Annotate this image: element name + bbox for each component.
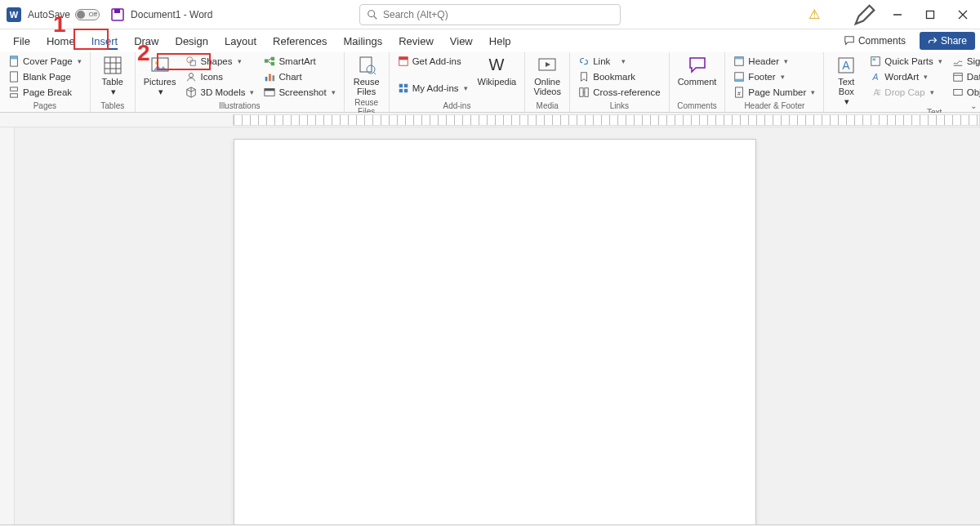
cover-page-button[interactable]: Cover Page▾ xyxy=(5,54,85,69)
blank-page-button[interactable]: Blank Page xyxy=(5,69,85,84)
tab-insert[interactable]: Insert xyxy=(83,32,127,51)
ribbon-tabs: File Home Insert Draw Design Layout Refe… xyxy=(0,29,980,52)
svg-rect-28 xyxy=(265,77,268,81)
table-button[interactable]: Table▾ xyxy=(96,54,130,98)
canvas[interactable] xyxy=(15,127,980,524)
link-button[interactable]: Link▾ xyxy=(575,54,663,69)
comment-button[interactable]: Comment xyxy=(675,54,720,88)
comment-icon xyxy=(844,35,855,47)
group-pages: Cover Page▾ Blank Page Page Break Pages xyxy=(0,52,91,112)
svg-rect-33 xyxy=(360,57,372,72)
share-icon xyxy=(928,36,938,46)
bookmark-button[interactable]: Bookmark xyxy=(575,69,663,84)
tab-mailings[interactable]: Mailings xyxy=(336,32,391,51)
tab-view[interactable]: View xyxy=(442,32,481,51)
comments-button[interactable]: Comments xyxy=(836,32,913,50)
smartart-button[interactable]: SmartArt xyxy=(261,54,338,69)
warning-icon[interactable]: ⚠ xyxy=(808,7,820,22)
svg-point-2 xyxy=(368,10,375,16)
svg-rect-63 xyxy=(954,74,963,82)
svg-rect-38 xyxy=(399,84,402,87)
svg-rect-39 xyxy=(404,84,408,87)
pictures-button[interactable]: Pictures▾ xyxy=(140,54,180,98)
close-button[interactable] xyxy=(951,2,975,27)
text-box-button[interactable]: A Text Box▾ xyxy=(829,54,863,108)
get-addins-button[interactable]: Get Add-ins xyxy=(394,54,471,69)
svg-rect-32 xyxy=(265,89,274,91)
tab-help[interactable]: Help xyxy=(481,32,519,51)
horizontal-ruler[interactable] xyxy=(0,113,980,127)
svg-line-26 xyxy=(269,59,272,61)
header-button[interactable]: Header▾ xyxy=(730,54,818,69)
tab-layout[interactable]: Layout xyxy=(216,32,265,51)
3d-models-button[interactable]: 3D Models▾ xyxy=(182,85,257,100)
page-break-button[interactable]: Page Break xyxy=(5,85,85,100)
drop-cap-button: ADrop Cap▾ xyxy=(866,85,945,100)
reuse-files-button[interactable]: Reuse Files xyxy=(350,54,384,98)
svg-rect-5 xyxy=(927,11,934,18)
screenshot-button[interactable]: Screenshot▾ xyxy=(261,85,338,100)
svg-rect-55 xyxy=(871,57,880,66)
wordart-button[interactable]: AWordArt▾ xyxy=(866,69,945,84)
date-time-button[interactable]: Date & Time xyxy=(949,69,980,84)
search-input[interactable]: Search (Alt+Q) xyxy=(359,4,621,25)
document-title: Document1 - Word xyxy=(131,9,213,20)
vertical-ruler[interactable] xyxy=(0,127,15,524)
footer-button[interactable]: Footer▾ xyxy=(730,69,818,84)
svg-rect-44 xyxy=(580,88,583,97)
page[interactable] xyxy=(234,139,756,524)
quick-parts-button[interactable]: Quick Parts▾ xyxy=(866,54,945,69)
minimize-button[interactable] xyxy=(885,2,910,27)
search-icon xyxy=(367,9,378,20)
svg-rect-9 xyxy=(11,56,18,60)
svg-text:W: W xyxy=(489,56,505,74)
svg-rect-1 xyxy=(114,9,120,13)
tab-home[interactable]: Home xyxy=(38,32,83,51)
svg-text:A: A xyxy=(872,72,879,82)
svg-rect-29 xyxy=(270,74,272,82)
svg-rect-50 xyxy=(735,79,744,82)
online-videos-button[interactable]: Online Videos xyxy=(530,54,564,98)
shapes-button[interactable]: Shapes▾ xyxy=(182,54,257,69)
group-label-addins: Add-ins xyxy=(394,101,520,112)
my-addins-button[interactable]: My Add-ins▾ xyxy=(394,81,471,96)
toggle-switch[interactable]: Off xyxy=(75,9,100,20)
group-addins: Get Add-ins My Add-ins▾ W Wikipedia Add-… xyxy=(390,52,526,112)
group-label-hf: Header & Footer xyxy=(730,101,818,112)
signature-line-button[interactable]: Signature Line▾ xyxy=(949,54,980,69)
save-icon[interactable] xyxy=(111,8,124,21)
word-app-icon: W xyxy=(7,7,21,22)
svg-rect-65 xyxy=(954,90,963,96)
svg-rect-48 xyxy=(735,57,744,60)
svg-rect-56 xyxy=(873,59,876,61)
share-button[interactable]: Share xyxy=(920,32,975,50)
tab-review[interactable]: Review xyxy=(390,32,442,51)
svg-rect-10 xyxy=(11,72,18,82)
svg-point-22 xyxy=(189,74,194,78)
svg-rect-45 xyxy=(585,88,588,97)
maximize-button[interactable] xyxy=(918,2,942,27)
tab-design[interactable]: Design xyxy=(167,32,216,51)
chart-button[interactable]: Chart xyxy=(261,69,338,84)
tab-draw[interactable]: Draw xyxy=(126,32,167,51)
pen-icon[interactable] xyxy=(853,2,877,27)
wikipedia-button[interactable]: W Wikipedia xyxy=(474,54,520,88)
group-label-links: Links xyxy=(575,101,663,112)
group-media: Online Videos Media xyxy=(525,52,570,112)
tab-references[interactable]: References xyxy=(265,32,335,51)
document-area xyxy=(0,127,980,524)
group-label-media: Media xyxy=(530,101,564,112)
cross-reference-button[interactable]: Cross-reference xyxy=(575,85,663,100)
icons-button[interactable]: Icons xyxy=(182,69,257,84)
svg-rect-24 xyxy=(271,57,274,60)
ribbon: 2 Cover Page▾ Blank Page Page Break Page… xyxy=(0,52,980,113)
svg-line-3 xyxy=(374,16,377,19)
svg-text:#: # xyxy=(737,91,741,96)
collapse-ribbon-icon[interactable]: ⌄ xyxy=(970,101,977,110)
svg-rect-11 xyxy=(11,87,18,91)
tab-file[interactable]: File xyxy=(5,32,38,51)
svg-line-27 xyxy=(269,61,272,64)
page-number-button[interactable]: #Page Number▾ xyxy=(730,85,818,100)
autosave-toggle[interactable]: AutoSave Off xyxy=(28,9,100,20)
object-button[interactable]: Object▾ xyxy=(949,85,980,100)
